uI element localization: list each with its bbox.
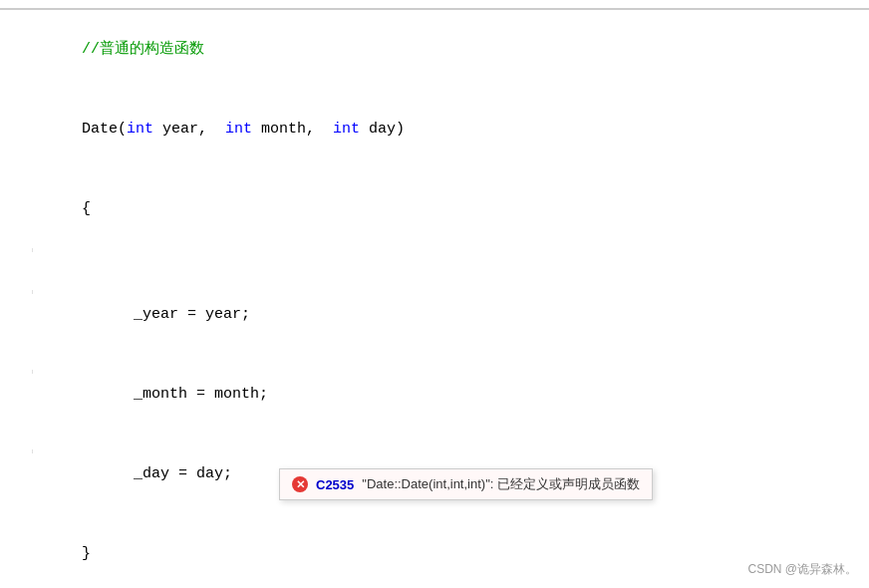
year-assign: _year = year; xyxy=(98,306,250,323)
kw-int-3: int xyxy=(333,121,360,138)
error-code: C2535 xyxy=(316,477,354,492)
line-content-2: Date(int year, int month, int day) xyxy=(24,91,869,168)
error-popup: ✕ C2535 "Date::Date(int,int,int)": 已经定义或… xyxy=(279,468,653,500)
watermark: CSDN @诡异森林。 xyxy=(747,561,857,578)
brace-open-1: { xyxy=(82,200,91,217)
code-line-2: Date(int year, int month, int day) xyxy=(0,90,869,169)
line-content-3: { xyxy=(24,170,869,248)
line-content-8: } xyxy=(24,515,869,588)
day-assign: _day = day; xyxy=(98,465,232,482)
line-content-6: _month = month; xyxy=(40,356,869,434)
param-day: day) xyxy=(360,121,405,138)
kw-int-2: int xyxy=(225,121,252,138)
code-editor: //普通的构造函数 Date(int year, int month, int … xyxy=(0,0,869,588)
param-year: year, xyxy=(153,121,225,138)
brace-close-1: } xyxy=(82,545,91,562)
code-line-1: //普通的构造函数 xyxy=(0,10,869,90)
month-assign: _month = month; xyxy=(98,386,268,403)
code-line-8: } xyxy=(0,514,869,588)
code-line-5: _year = year; xyxy=(0,275,869,355)
kw-int-1: int xyxy=(127,121,153,138)
param-month: month, xyxy=(252,121,333,138)
line-content-1: //普通的构造函数 xyxy=(24,11,869,89)
code-line-4 xyxy=(0,249,869,275)
error-message: "Date::Date(int,int,int)": 已经定义或声明成员函数 xyxy=(362,475,640,493)
error-icon: ✕ xyxy=(292,476,308,492)
code-line-3: { xyxy=(0,169,869,249)
line-content-5: _year = year; xyxy=(40,276,869,354)
code-line-6: _month = month; xyxy=(0,355,869,435)
comment-text-1: //普通的构造函数 xyxy=(82,41,204,58)
date-func: Date( xyxy=(82,121,127,138)
